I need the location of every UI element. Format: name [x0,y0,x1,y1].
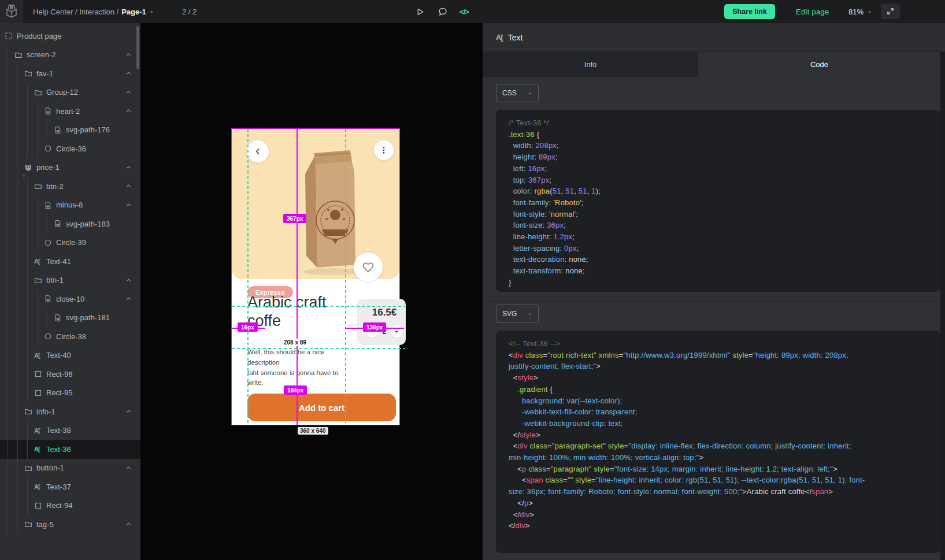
tree-indent-line [5,158,14,177]
measurement-top-offset: 367px [283,214,306,223]
tree-indent-line [24,252,34,271]
layer-item-button-1[interactable]: button-1 [0,459,140,478]
tree-indent-line [34,327,44,346]
measurement-bottom-offset: 184px [284,385,307,395]
chevron-up-icon[interactable] [125,51,132,58]
layer-item-screen-2[interactable]: screen-2 [0,46,140,65]
layer-item-text-38[interactable]: A[Text-38 [0,421,140,440]
css-code-block[interactable]: /* Text-36 */.text-36 { width: 208px; he… [496,110,940,292]
tree-indent-line [14,309,24,328]
layer-item-price-1[interactable]: price-1 [0,158,140,177]
layer-item-rect-95[interactable]: Rect-95 [0,384,140,403]
tree-indent-line [5,440,14,459]
layer-item-rect-96[interactable]: Rect-96 [0,365,140,384]
layer-item-close-10[interactable]: close-10 [0,290,140,309]
chevron-up-icon[interactable] [125,276,132,284]
layer-item-circle-38[interactable]: Circle-38 [0,327,140,346]
layer-label: fav-1 [36,69,53,78]
layer-item-fav-1[interactable]: fav-1 [0,64,140,83]
frame-icon [5,32,15,40]
chevron-up-icon[interactable] [125,182,132,190]
layer-item-heart-2[interactable]: heart-2 [0,102,140,121]
tree-indent-line [14,421,24,440]
code-mode-button[interactable]: </> [455,0,473,23]
chevron-up-icon[interactable] [125,88,132,96]
sidebar-scrollbar[interactable] [136,26,139,69]
chevron-up-icon[interactable] [125,164,132,171]
svg-language-dropdown[interactable]: SVG ⌄ [496,305,539,323]
tree-indent-line [5,496,14,516]
svg-code-block[interactable]: <!-- Text-36 --><div class="root rich-te… [496,331,940,553]
tab-info[interactable]: Info [483,52,698,77]
layer-label: svg-path-181 [66,313,110,322]
add-to-cart-button[interactable]: Add to cart [247,394,396,421]
layer-item-text-37[interactable]: A[Text-37 [0,477,140,496]
zoom-level-dropdown[interactable]: 81% ⌄ [848,0,872,23]
chevron-up-icon[interactable] [125,464,132,472]
layer-item-group-12[interactable]: Group-12 [0,83,140,102]
tree-indent-line [24,477,34,496]
layer-tree: Product pagescreen-2fav-1Group-12heart-2… [0,27,140,534]
guide-magenta-vertical [297,129,298,425]
app-logo-icon[interactable] [0,0,23,23]
tree-indent-line [5,402,14,421]
chevron-up-icon[interactable] [125,201,132,209]
tree-indent-line [5,102,14,121]
edit-page-link[interactable]: Edit page [796,0,829,23]
layer-item-circle-39[interactable]: Circle-39 [0,233,140,253]
tree-indent-line [34,214,44,233]
fullscreen-button[interactable] [881,3,900,19]
tree-indent-line [5,196,14,215]
layer-item-svg-path-181[interactable]: svg-path-181 [0,309,140,328]
canvas[interactable]: Expresso Arabic craft coffe Well, this s… [140,23,483,560]
chevron-up-icon[interactable] [125,69,132,77]
layer-item-info-1[interactable]: info-1 [0,402,140,421]
css-language-dropdown[interactable]: CSS ⌄ [496,84,539,102]
layer-item-tag-5[interactable]: tag-5 [0,515,140,534]
layer-item-text-40[interactable]: A[Text-40 [0,346,140,365]
favorite-button[interactable] [354,253,383,281]
zoom-level-value: 81% [848,8,864,16]
app-window: Help Center / Interaction / Page-1 ⌄ 2 /… [0,0,945,560]
tree-indent-line [14,233,24,253]
layer-item-btn-2[interactable]: btn-2 [0,177,140,196]
layer-item-minus-8[interactable]: minus-8 [0,196,140,215]
share-link-button[interactable]: Share link [724,4,775,19]
tree-indent-line [24,233,34,253]
layer-label: info-1 [36,407,55,416]
tree-indent-line [14,384,24,403]
text-element-icon: A[ [496,33,503,42]
layer-item-svg-path-176[interactable]: svg-path-176 [0,121,140,140]
play-button[interactable] [411,0,428,23]
layer-item-svg-path-183[interactable]: svg-path-183 [0,214,140,233]
more-options-button[interactable] [374,140,394,160]
inspector-scrollbar-track[interactable] [940,77,945,560]
tree-indent-line [5,252,14,271]
layer-item-text-36[interactable]: A[Text-36 [0,440,140,459]
folder-icon [34,276,45,284]
layer-item-btn-1[interactable]: btn-1 [0,271,140,290]
screen-frame[interactable]: Expresso Arabic craft coffe Well, this s… [232,129,399,425]
layer-item-product-page[interactable]: Product page [0,27,140,46]
chevron-up-icon[interactable] [125,295,132,302]
coffee-bag-image [298,145,359,275]
layer-item-text-41[interactable]: A[Text-41 [0,252,140,271]
layer-item-circle-36[interactable]: Circle-36 [0,139,140,158]
tree-indent-line [24,139,34,158]
guide-horizontal-top [232,306,405,307]
comments-button[interactable] [434,0,451,23]
layer-item-rect-94[interactable]: Rect-94 [0,496,140,516]
tab-code[interactable]: Code [698,52,940,77]
text-icon: A[ [34,483,45,490]
tree-indent-line [24,271,34,290]
rect-icon [34,389,45,397]
topbar: Help Center / Interaction / Page-1 ⌄ 2 /… [0,0,945,23]
back-button[interactable] [247,140,269,162]
layer-label: Rect-96 [46,370,73,379]
tree-indent-line [5,139,14,158]
breadcrumb[interactable]: Help Center / Interaction / Page-1 ⌄ [33,0,154,23]
guide-horizontal-bottom [232,348,405,349]
chevron-up-icon[interactable] [125,520,132,528]
chevron-up-icon[interactable] [125,407,132,415]
chevron-up-icon[interactable] [125,107,132,114]
